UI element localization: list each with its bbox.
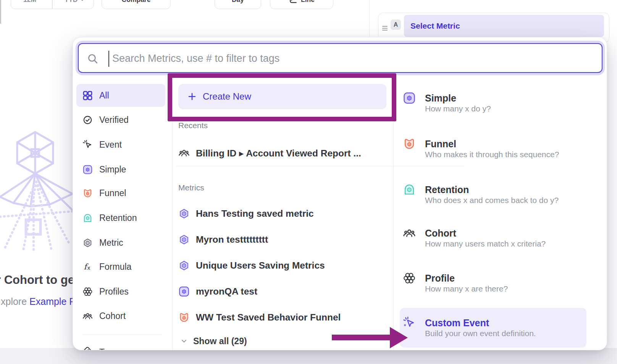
simple-icon (178, 286, 190, 297)
retention-icon (403, 183, 416, 196)
type-option-funnel[interactable]: Funnel Who makes it through this sequenc… (403, 138, 607, 159)
sidebar-item-verified[interactable]: Verified (76, 108, 165, 131)
metric-item-label: Myron testtttttttt (196, 234, 268, 245)
funnel-icon (82, 188, 93, 198)
profiles-icon (403, 272, 416, 285)
recent-item-label: Billing ID ▸ Account Viewed Report ... (196, 148, 361, 159)
sidebar-item-retention[interactable]: Retention (76, 206, 165, 229)
sidebar-item-label: Formula (99, 262, 131, 272)
metric-list-item[interactable]: Unique Users Saving Metrics (178, 257, 325, 274)
chevron-down-icon (180, 337, 188, 345)
type-option-custom-event[interactable]: Custom Event Build your own event defini… (403, 317, 607, 338)
range-12m-label: 12M (23, 0, 36, 4)
example-link[interactable]: Example R (29, 296, 76, 307)
verified-icon (82, 115, 93, 125)
svg-text:x: x (87, 265, 90, 271)
column-divider-right (393, 82, 394, 350)
type-title: Funnel (425, 138, 559, 150)
metric-list-item[interactable]: Myron testtttttttt (178, 231, 268, 248)
range-12m-button[interactable]: 12M (11, 0, 48, 9)
type-title: Retention (425, 184, 559, 195)
sidebar-item-label: All (99, 90, 109, 101)
drag-handle-icon[interactable] (381, 23, 389, 34)
metric-icon (178, 208, 190, 219)
metric-item-label: myronQA test (196, 286, 257, 297)
series-badge-label: A (394, 21, 398, 28)
sidebar-item-label: Retention (99, 213, 137, 223)
simple-icon (403, 92, 416, 105)
sidebar-item-metric[interactable]: Metric (76, 231, 165, 254)
subline-text: xplore (1, 296, 29, 307)
event-icon (82, 140, 93, 150)
metric-item-label: Unique Users Saving Metrics (196, 260, 325, 271)
recent-item[interactable]: Billing ID ▸ Account Viewed Report ... (178, 145, 361, 161)
type-option-retention[interactable]: Retention Who does x and comes back to d… (403, 184, 607, 205)
profiles-icon (82, 287, 93, 297)
search-input[interactable] (102, 45, 602, 72)
recents-metrics-divider (176, 166, 464, 166)
funnel-icon (403, 137, 416, 150)
type-option-simple[interactable]: Simple How many x do y? (403, 92, 607, 114)
sidebar-item-formula[interactable]: f x Formula (76, 255, 165, 278)
search-icon (87, 53, 99, 64)
type-desc: Who does x and comes back to do y? (425, 195, 559, 205)
sidebar-item-label: Metric (99, 238, 123, 248)
tag-icon (82, 346, 92, 350)
type-option-cohort[interactable]: Cohort How many users match x criteria? (403, 227, 607, 249)
type-title: Custom Event (425, 317, 536, 329)
sidebar-divider (82, 334, 162, 335)
empty-state-subline: xplore Example R (1, 296, 76, 307)
annotation-arrow-head (390, 327, 408, 348)
type-title: Cohort (425, 227, 546, 239)
metrics-section-label: Metrics (178, 183, 204, 192)
page-bottom-strip (0, 348, 617, 364)
date-range-group: 12M YTD (11, 0, 94, 9)
recents-section-label: Recents (178, 121, 208, 130)
cohort-icon (403, 227, 416, 240)
segment-divider (52, 0, 53, 9)
sidebar-item-simple[interactable]: Simple (76, 158, 165, 181)
simple-icon (82, 164, 93, 175)
compare-button[interactable]: Compare (102, 0, 171, 9)
page: 12M YTD Compare Day Line A Select Metric (0, 0, 617, 364)
series-badge[interactable]: A (391, 19, 401, 30)
empty-state-headline: r Cohort to ge (0, 273, 74, 287)
sidebar-item-cohort[interactable]: Cohort (76, 304, 165, 327)
chart-type-button[interactable]: Line (270, 0, 333, 9)
column-divider-left (172, 82, 173, 350)
sidebar-item-profiles[interactable]: Profiles (76, 280, 165, 303)
show-all-label: Show all (29) (193, 336, 247, 346)
granularity-label: Day (232, 0, 244, 4)
type-option-profile[interactable]: Profile How many x are there? (403, 272, 607, 294)
compare-label: Compare (122, 0, 151, 4)
select-metric-pill[interactable]: Select Metric (404, 15, 604, 37)
type-desc: Who makes it through this sequence? (425, 150, 559, 159)
show-all-button[interactable]: Show all (29) (180, 333, 247, 350)
metric-list-item[interactable]: Hans Testing saved metric (178, 205, 314, 222)
sidebar-item-all[interactable]: All (76, 84, 165, 107)
sidebar-item-event[interactable]: Event (76, 133, 165, 156)
sidebar-item-label: Funnel (99, 188, 126, 198)
sidebar-item-label: Cohort (99, 311, 126, 321)
sidebar-item-label: Event (99, 140, 122, 150)
cohort-icon (178, 147, 190, 159)
type-title: Profile (425, 272, 508, 284)
sidebar-item-label: Verified (99, 115, 129, 125)
granularity-button[interactable]: Day (215, 0, 261, 9)
metric-list-item[interactable]: myronQA test (178, 283, 257, 300)
metric-list-item[interactable]: WW Test Saved Behavior Funnel (178, 309, 341, 326)
type-desc: How many users match x criteria? (425, 239, 546, 249)
type-desc: How many x do y? (425, 104, 491, 114)
type-title: Simple (425, 92, 491, 104)
retention-icon (82, 213, 93, 223)
line-chart-icon (289, 0, 297, 4)
sidebar-item-tags[interactable]: Tags (99, 347, 118, 350)
sidebar-item-label: Simple (99, 164, 126, 175)
chevron-down-icon (79, 0, 85, 3)
select-metric-label: Select Metric (410, 21, 460, 30)
chart-type-label: Line (301, 0, 315, 4)
type-desc: Build your own event definition. (425, 329, 536, 338)
sidebar-item-funnel[interactable]: Funnel (76, 182, 165, 205)
range-ytd-button[interactable]: YTD (56, 0, 94, 9)
search-box (78, 43, 602, 73)
